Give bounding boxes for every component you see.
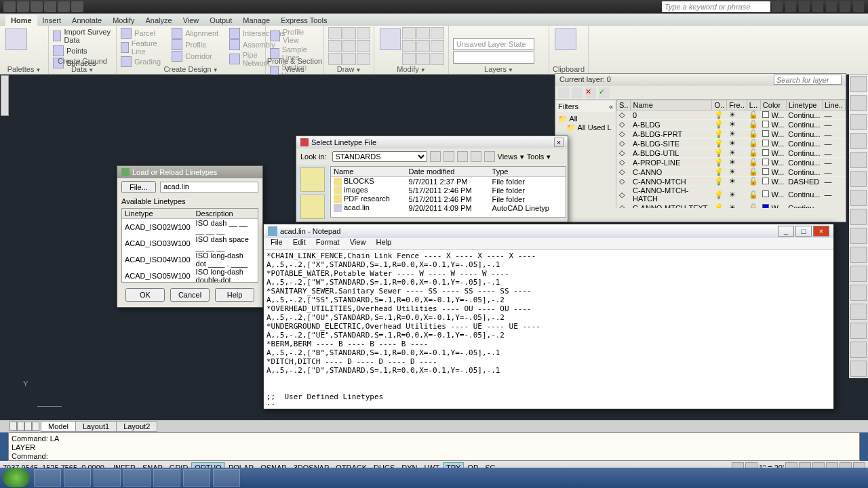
points-icon[interactable] (53, 45, 64, 56)
col-on[interactable]: O.. (712, 100, 727, 110)
file-row[interactable]: images5/17/2011 2:46 PMFile folder (331, 186, 566, 195)
filters-collapse-icon[interactable]: « (609, 102, 613, 110)
tab-first-icon[interactable] (9, 422, 17, 431)
filter-all[interactable]: 📁 All (558, 115, 613, 123)
col-desc[interactable]: Description (193, 209, 258, 219)
arc-icon[interactable] (328, 40, 342, 52)
tab-next-icon[interactable] (24, 422, 32, 431)
zoom-icon[interactable] (850, 114, 867, 130)
layer-dropdown[interactable] (453, 52, 534, 64)
help-icon[interactable] (812, 1, 823, 12)
layer-row[interactable]: ◇A-BLDG-FPRT💡☀🔓 W...Continu...— (617, 129, 846, 139)
tab-output[interactable]: Output (204, 15, 237, 26)
tab-annotate[interactable]: Annotate (66, 15, 107, 26)
newfolder-icon[interactable] (484, 151, 495, 162)
linetype-row[interactable]: ACAD_ISO04W100ISO long-dash dot ____ . _… (122, 251, 258, 268)
tab-prev-icon[interactable] (17, 422, 24, 431)
layer-row[interactable]: ◇A-BLDG💡☀🔓 W...Continu...— (617, 120, 846, 129)
linetype-row[interactable]: ACAD_ISO05W100ISO long-dash double-dot _… (122, 268, 258, 283)
file-row[interactable]: BLOCKS9/7/2011 2:37 PMFile folder (331, 177, 566, 186)
lookin-dropdown[interactable]: STANDARDS (332, 151, 427, 162)
places-desktop-icon[interactable] (300, 167, 325, 192)
polyline-icon[interactable] (342, 27, 356, 39)
tool-12-icon[interactable] (850, 285, 867, 301)
layer-tool-2-icon[interactable] (464, 27, 473, 37)
up-icon[interactable] (443, 151, 454, 162)
tab-express[interactable]: Express Tools (275, 15, 332, 26)
showmotion-icon[interactable] (850, 171, 867, 187)
paste-button[interactable] (555, 28, 576, 50)
points-label[interactable]: Points (66, 47, 87, 55)
tools-menu[interactable]: Tools (527, 152, 545, 161)
layer-state-dropdown[interactable]: Unsaved Layer State (453, 38, 534, 50)
places-mycomputer-icon[interactable] (300, 195, 325, 219)
qat-save-icon[interactable] (44, 1, 56, 12)
hatch-icon[interactable] (328, 53, 342, 65)
back-icon[interactable] (430, 151, 441, 162)
move-icon[interactable] (402, 27, 416, 39)
fillet-icon[interactable] (431, 53, 444, 65)
layer-row[interactable]: ◇A-BLDG-UTIL💡☀🔓 W...Continu...— (617, 148, 846, 158)
file-row[interactable]: PDF research5/17/2011 2:46 PMFile folder (331, 195, 566, 203)
tab-home[interactable]: Home (5, 15, 37, 26)
taskbar-app1-icon[interactable] (94, 469, 121, 487)
point-icon[interactable] (342, 53, 356, 65)
taskbar-app4-icon[interactable] (183, 469, 210, 487)
menu-edit[interactable]: Edit (289, 237, 310, 247)
layer-tool-3-icon[interactable] (475, 27, 484, 37)
taskbar-explorer-icon[interactable] (64, 469, 91, 487)
layer-row[interactable]: ◇C-ANNO💡☀🔓 W...Continu...— (617, 167, 846, 177)
menu-help[interactable]: Help (372, 237, 395, 247)
qat-undo-icon[interactable] (58, 1, 70, 12)
qat-app-icon[interactable] (3, 1, 16, 12)
tab-insert[interactable]: Insert (37, 15, 67, 26)
tab-last-icon[interactable] (32, 422, 39, 431)
col-name[interactable]: Name (631, 100, 712, 110)
alignment-label[interactable]: Alignment (185, 29, 218, 37)
set-current-icon[interactable]: ✓ (599, 87, 610, 98)
alignment-icon[interactable] (172, 28, 182, 39)
signin-icon[interactable] (785, 1, 796, 12)
tab-view[interactable]: View (178, 15, 205, 26)
new-layer-vpfreeze-icon[interactable] (572, 87, 583, 98)
trim-icon[interactable] (402, 53, 416, 65)
tool-8-icon[interactable] (850, 209, 867, 225)
qat-new-icon[interactable] (17, 1, 29, 12)
linetype-row[interactable]: ACAD_ISO03W100ISO dash space __ __ __ (122, 235, 258, 251)
views-menu[interactable]: Views (498, 152, 517, 161)
tab-model[interactable]: Model (41, 421, 76, 432)
mirror-icon[interactable] (402, 40, 416, 52)
corridor-icon[interactable] (172, 51, 182, 62)
maximize-icon[interactable] (840, 1, 850, 12)
profile-view-icon[interactable] (270, 30, 280, 41)
import-survey-icon[interactable] (53, 30, 61, 41)
col-freeze[interactable]: Fre.. (727, 100, 747, 110)
parcel-label[interactable]: Parcel (134, 29, 155, 37)
fcol-type[interactable]: Type (490, 167, 566, 177)
new-layer-icon[interactable] (558, 87, 569, 98)
layer-search-input[interactable] (774, 75, 842, 85)
rotate-icon[interactable] (431, 27, 444, 39)
corridor-label[interactable]: Corridor (185, 52, 212, 60)
copy-icon[interactable] (416, 27, 430, 39)
layer-row[interactable]: ◇C-ANNO-MTCH-TEXT💡☀🔓 W...Continu...— (617, 203, 846, 209)
infocenter-icon[interactable] (772, 1, 783, 12)
menu-view[interactable]: View (346, 237, 370, 247)
match-properties-button[interactable] (380, 28, 401, 50)
notepad-textarea[interactable]: *CHAIN_LINK_FENCE,Chain Link Fence ---- … (264, 250, 833, 406)
layer-row[interactable]: ◇C-ANNO-MTCH-HATCH💡☀🔓 W...Continu...— (617, 186, 846, 203)
notepad-close-button[interactable]: × (813, 226, 829, 237)
col-status[interactable]: S.. (617, 100, 631, 110)
delete-file-icon[interactable] (471, 151, 481, 162)
command-window[interactable]: Command: LA LAYER Command: (8, 432, 860, 461)
sheet-set-palette-icon[interactable] (1, 75, 9, 116)
col-lock[interactable]: L.. (747, 100, 760, 110)
help-button[interactable]: Help (215, 288, 254, 302)
menu-format[interactable]: Format (312, 237, 344, 247)
tool-14-icon[interactable] (850, 323, 867, 339)
fcol-date[interactable]: Date modified (406, 167, 490, 177)
file-row[interactable]: acad.lin9/20/2011 4:09 PMAutoCAD Linetyp (331, 203, 566, 212)
notepad-maximize-button[interactable]: □ (795, 226, 812, 237)
notepad-minimize-button[interactable]: _ (778, 226, 794, 237)
tab-layout1[interactable]: Layout1 (75, 421, 117, 432)
